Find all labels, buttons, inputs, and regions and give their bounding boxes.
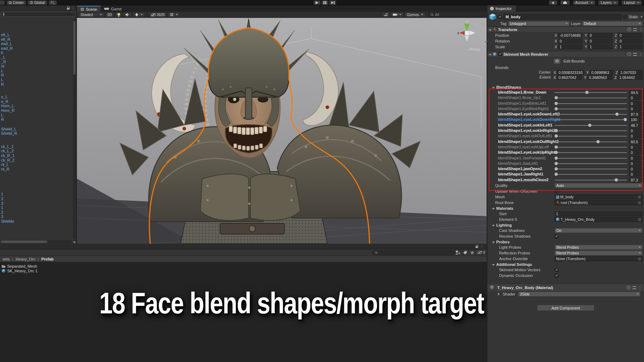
component-enabled-checkbox[interactable] [498,52,502,56]
preset-icon[interactable] [633,53,637,56]
blendshape-slider[interactable] [555,95,627,100]
hierarchy-item[interactable]: 1 [0,192,76,197]
bounds-extent-y-field[interactable]: 0.3680563 [587,75,612,80]
preset-icon[interactable] [633,28,637,31]
breadcrumb-segment[interactable]: Prefab [36,257,55,261]
hierarchy-item[interactable]: 3 [0,214,76,219]
hidden-objects-button[interactable]: 3926 [149,12,167,17]
edit-bounds-button[interactable] [553,58,561,64]
help-icon[interactable]: ? [627,28,631,31]
position-x-field[interactable]: -0.00716685 [558,33,582,38]
slider-handle[interactable] [596,140,600,143]
perspective-mode-label[interactable]: ‹ Persp [468,47,480,51]
shader-dropdown[interactable]: 2Side [518,292,640,297]
slider-handle[interactable] [624,118,627,121]
blendshape-slider[interactable] [555,144,627,150]
blendshape-slider[interactable] [555,117,627,122]
layers-dropdown[interactable]: Layers [598,0,619,5]
slider-handle[interactable] [555,167,558,170]
blendshape-value-field[interactable]: 0 [629,95,644,100]
hierarchy-item[interactable]: ck_L_1 [0,144,76,149]
mesh-object-field[interactable]: M_body [555,194,643,199]
tag-dropdown[interactable]: Untagged [508,21,570,26]
slider-handle[interactable] [555,157,558,160]
dynamic-occlusion-checkbox[interactable] [555,274,558,278]
pivot-global-button[interactable]: Global [28,0,47,5]
blendshape-value-field[interactable]: 60.5 [629,139,644,144]
gameobject-name-field[interactable]: M_body [503,14,622,20]
blendshape-value-field[interactable]: 0 [629,161,644,166]
component-menu-icon[interactable] [638,286,642,290]
slider-handle[interactable] [555,162,558,165]
materials-foldout[interactable]: Materials [487,205,644,211]
hierarchy-item[interactable]: Shield_R [0,131,76,136]
object-picker-icon[interactable] [638,218,641,221]
slider-handle[interactable] [555,173,558,176]
scene-camera-dropdown[interactable] [391,12,404,17]
scroll-down-arrow-icon[interactable] [73,242,76,243]
bounds-center-z-field[interactable]: 1.047033 [619,70,643,75]
favorite-star-icon[interactable] [470,251,474,254]
blendshape-slider[interactable] [555,161,627,166]
slider-handle[interactable] [555,134,558,138]
update-offscreen-checkbox[interactable] [555,189,558,193]
position-y-field[interactable]: 0 [588,33,613,38]
bounds-center-x-field[interactable]: 0.0008323193 [557,70,584,75]
scrollbar-handle[interactable] [1,240,47,243]
hierarchy-item[interactable]: ead_R [0,46,76,51]
blendshape-value-field[interactable]: 0 [629,128,644,133]
blendshape-slider[interactable] [555,155,627,161]
scene-audio-toggle[interactable] [123,12,132,17]
scale-y-field[interactable]: 1 [588,45,613,49]
tab-scene[interactable]: Scene [77,6,101,12]
hierarchy-item[interactable]: Shield_L [0,127,76,132]
project-hidden-count-button[interactable]: 9 [477,250,485,254]
active-checkbox[interactable] [498,15,502,19]
breadcrumb-segment[interactable]: sets [1,257,11,261]
layer-dropdown[interactable]: Default [582,21,643,26]
lock-icon[interactable] [475,245,478,248]
anchor-override-field[interactable]: None (Transform) [555,256,643,261]
hierarchy-item[interactable]: 2 [0,197,76,201]
bounds-center-y-field[interactable]: 0.0698963 [590,70,613,75]
scene-search-input[interactable]: All [428,13,485,17]
slider-handle[interactable] [588,124,591,127]
label-tag-icon[interactable] [463,251,467,254]
hierarchy-search-input[interactable]: ll [0,12,76,17]
hierarchy-item[interactable]: R [0,82,76,87]
quality-dropdown[interactable]: Auto [555,183,643,188]
cast-shadows-dropdown[interactable]: On [555,228,643,233]
cloud-button[interactable] [560,0,570,5]
bounds-extent-x-field[interactable]: 0.8637042 [557,75,582,80]
component-menu-icon[interactable] [639,28,643,32]
position-z-field[interactable]: 0 [618,33,643,38]
unity-version-control-button[interactable] [549,0,557,5]
blendshape-value-field[interactable]: 0 [629,134,644,138]
project-item[interactable]: Separated_Mesh [1,264,487,268]
hierarchy-horizontal-scrollbar[interactable] [0,240,72,243]
hierarchy-item[interactable]: L [0,78,76,82]
scene-tools-button[interactable] [382,12,390,17]
hierarchy-item[interactable]: R [0,117,76,122]
slider-handle[interactable] [555,96,558,99]
additional-settings-foldout[interactable]: Additional Settings [487,262,644,267]
hierarchy-item[interactable]: L [0,113,76,118]
tab-game[interactable]: Game [101,6,125,12]
hierarchy-item[interactable]: ck_R_1 [0,153,76,158]
blendshape-value-field[interactable]: 87.9 [629,112,644,116]
scene-effects-dropdown[interactable] [133,12,145,17]
step-button[interactable] [329,0,336,5]
blendshape-slider[interactable] [555,128,627,133]
blendshape-slider[interactable] [555,150,627,155]
panel-menu-icon[interactable] [71,6,75,10]
hierarchy-item[interactable]: Shields [0,219,76,224]
hierarchy-item[interactable]: elt_R [0,37,76,42]
hierarchy-item[interactable]: _L [0,55,76,60]
hierarchy-item[interactable]: R [0,73,76,78]
hierarchy-item[interactable]: 3 [0,201,76,206]
scale-x-field[interactable]: 1 [558,45,582,49]
hierarchy-item[interactable]: 2 [0,210,76,215]
element0-object-field[interactable]: T_Heavy_Orc_Body [555,217,643,222]
reflection-probes-dropdown[interactable]: Blend Probes [555,251,643,256]
slider-handle[interactable] [555,151,558,154]
